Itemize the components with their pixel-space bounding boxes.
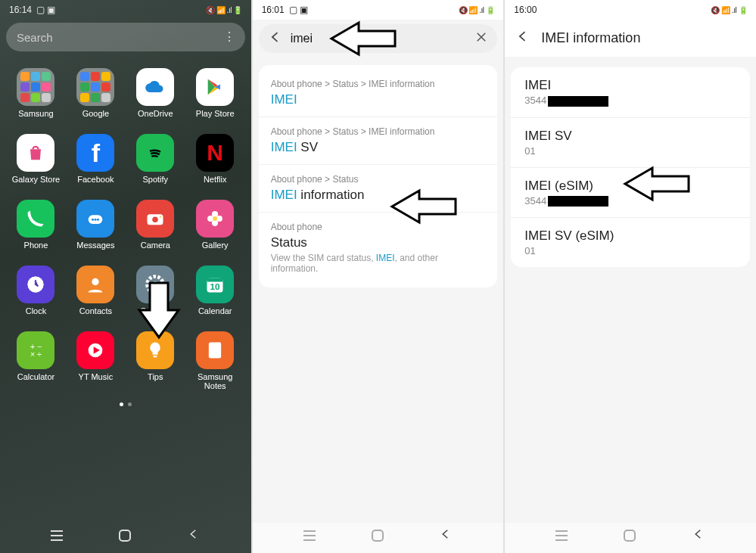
app-yt-music[interactable]: YT Music [69,331,123,390]
app-samsung-notes[interactable]: Samsung Notes [188,331,242,390]
app-facebook[interactable]: fFacebook [69,134,123,185]
status-notif-icons: ▢ ▣ [289,5,308,15]
person-icon [76,266,114,303]
app-label: Spotify [142,175,168,185]
info-value: 3544 [524,95,736,107]
page-title: IMEI information [541,30,640,46]
app-label: Samsung Notes [188,372,242,390]
app-camera[interactable]: Camera [129,200,182,250]
info-item-imei[interactable]: IMEI 3544 [511,67,750,118]
svg-point-9 [212,211,218,217]
app-label: Facebook [77,175,114,185]
svg-point-10 [207,216,213,222]
nav-recent[interactable] [51,535,63,536]
app-calculator[interactable]: + −× ÷Calculator [9,331,63,390]
app-label: Messages [76,241,114,250]
svg-point-2 [92,219,94,221]
nav-back[interactable] [439,527,453,544]
search-placeholder: Search [17,31,53,44]
back-icon[interactable] [268,30,283,48]
clock-text: 16:00 [514,5,537,15]
breadcrumb: About phone > Status > IMEI information [271,126,486,137]
svg-point-4 [97,219,99,221]
app-label: Calendar [198,306,232,316]
app-onedrive[interactable]: OneDrive [129,68,182,119]
info-label: IMEI (eSIM) [524,179,736,194]
play-icon [196,68,234,106]
nav-home[interactable] [372,530,384,542]
svg-point-3 [95,219,97,221]
svg-text:× ÷: × ÷ [30,350,42,359]
info-label: IMEI [524,78,736,93]
cal-icon: 10 [196,266,234,303]
app-label: Netflix [204,175,227,185]
app-play-store[interactable]: Play Store [188,68,242,119]
app-phone[interactable]: Phone [9,200,63,250]
info-item-imei-esim-[interactable]: IMEI (eSIM) 3544 [511,168,750,219]
search-header [259,24,498,53]
app-settings[interactable]: Settings [129,266,182,316]
app-galaxy-store[interactable]: Galaxy Store [9,134,63,185]
app-label: Calculator [17,372,55,382]
app-clock[interactable]: Clock [9,266,63,316]
app-gallery[interactable]: Gallery [188,200,242,250]
status-bar: 16:00 🔇 📶 .ıl 🔋 [505,0,756,20]
status-right-icons: 🔇 📶 .ıl 🔋 [206,6,242,14]
app-label: Play Store [196,109,235,119]
app-contacts[interactable]: Contacts [69,266,123,316]
nav-bar [505,523,756,553]
info-item-imei-sv-esim-[interactable]: IMEI SV (eSIM) 01 [511,218,750,267]
nav-back[interactable] [187,527,201,544]
app-samsung[interactable]: Samsung [9,68,63,119]
app-messages[interactable]: Messages [69,200,123,250]
nav-home[interactable] [624,530,636,542]
folder-icon [76,68,114,106]
cloud-icon [136,68,174,106]
more-icon[interactable]: ⋮ [223,34,235,40]
bulb-icon [136,331,174,369]
app-netflix[interactable]: NNetflix [188,134,242,185]
app-google[interactable]: Google [69,68,123,119]
breadcrumb: About phone > Status [271,174,486,185]
app-spotify[interactable]: Spotify [129,134,182,185]
nav-recent[interactable] [555,535,568,536]
clock-text: 16:01 [262,5,285,15]
search-result[interactable]: About phone > StatusIMEI information [259,165,498,213]
phone-imei-information: 16:00 🔇 📶 .ıl 🔋 IMEI information IMEI 35… [505,0,756,553]
search-results: About phone > Status > IMEI informationI… [259,65,498,287]
back-icon[interactable] [515,29,530,48]
nav-back[interactable] [692,527,705,544]
phone-settings-search: 16:01 ▢ ▣ 🔇 📶 .ıl 🔋 About phone > Status… [253,0,504,553]
app-calendar[interactable]: 10Calendar [188,266,242,316]
clock-text: 16:14 [9,5,32,15]
info-label: IMEI SV (eSIM) [524,228,736,244]
app-label: Google [82,109,109,119]
result-subtitle: View the SIM card status, IMEI, and othe… [271,253,486,274]
search-input[interactable] [291,32,468,45]
search-result[interactable]: About phone > Status > IMEI informationI… [259,70,498,117]
clear-icon[interactable] [474,30,488,47]
svg-point-18 [152,281,158,287]
app-label: Gallery [202,241,229,250]
breadcrumb: About phone [271,222,486,232]
svg-point-16 [92,278,99,285]
app-search-bar[interactable]: Search ⋮ [6,23,245,51]
search-result[interactable]: About phone > Status > IMEI informationI… [259,117,498,165]
imei-list: IMEI 3544IMEI SV 01IMEI (eSIM) 3544IMEI … [511,67,750,267]
app-tips[interactable]: Tips [129,331,182,390]
spotify-icon [136,134,174,172]
app-label: Phone [24,241,48,250]
nav-home[interactable] [119,530,131,542]
nav-bar [253,523,504,553]
svg-point-11 [216,216,222,222]
search-result[interactable]: About phoneStatusView the SIM card statu… [259,213,498,283]
flower-icon [196,200,234,238]
msg-icon [76,200,114,238]
gear-icon [136,266,174,303]
app-label: OneDrive [138,109,173,119]
phone-home-screen: 16:14 ▢ ▣ 🔇 📶 .ıl 🔋 Search ⋮ SamsungGoog… [0,0,251,553]
clock-icon [17,266,54,303]
app-label: YT Music [79,372,114,382]
info-item-imei-sv[interactable]: IMEI SV 01 [511,118,750,168]
nav-recent[interactable] [303,535,316,536]
